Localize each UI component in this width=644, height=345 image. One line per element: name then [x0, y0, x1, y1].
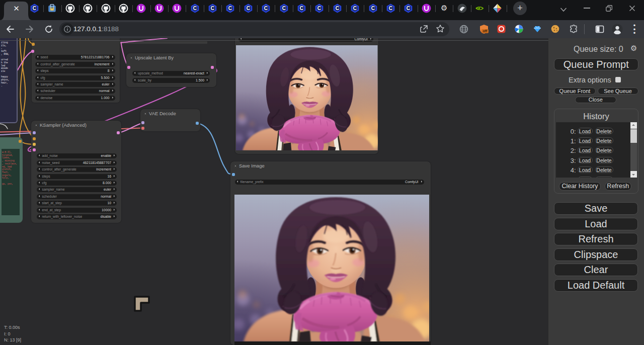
svg-text:C: C [317, 6, 321, 11]
svg-text:C: C [211, 6, 214, 11]
svg-text:C: C [371, 6, 374, 11]
svg-text:C: C [33, 6, 36, 11]
svg-text:C: C [407, 6, 410, 11]
svg-text:C: C [300, 6, 303, 11]
svg-text:C: C [336, 6, 339, 11]
svg-text:off: off [483, 29, 488, 33]
svg-text:C: C [353, 6, 357, 11]
svg-text:C: C [228, 6, 232, 11]
svg-text:C: C [247, 6, 250, 11]
svg-text:C: C [389, 6, 392, 11]
svg-text:C: C [264, 6, 268, 11]
svg-text:C: C [193, 6, 196, 11]
svg-text:C: C [282, 6, 285, 11]
